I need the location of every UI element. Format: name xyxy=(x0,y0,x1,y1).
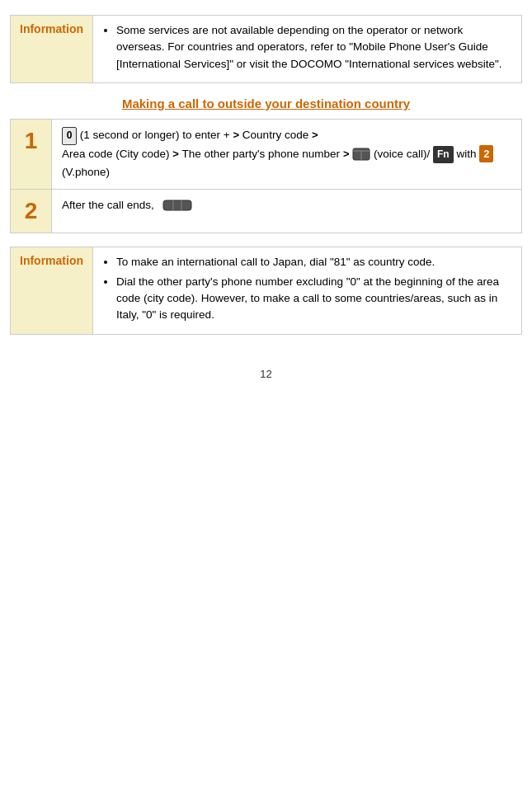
country-code-text: Country code xyxy=(242,129,308,141)
info-content-1: Some services are not available dependin… xyxy=(93,16,521,82)
info-label-2: Information xyxy=(11,247,93,334)
step-2-number: 2 xyxy=(11,189,52,233)
step-2-number-text: 2 xyxy=(25,198,38,223)
key-0: 0 xyxy=(62,127,77,145)
info-bullet-1: To make an international call to Japan, … xyxy=(116,256,435,268)
chevron-4: > xyxy=(343,148,350,160)
info-content-text-1: Some services are not available dependin… xyxy=(116,24,502,70)
end-call-icon xyxy=(162,198,192,213)
section-heading: Making a call to outside your destinatio… xyxy=(10,96,522,110)
section-heading-text: Making a call to outside your destinatio… xyxy=(122,96,410,110)
step-2-row: 2 After the call ends, xyxy=(11,189,522,233)
chevron-2: > xyxy=(312,129,318,141)
info-box-2: Information To make an international cal… xyxy=(10,247,522,335)
with-text: with xyxy=(456,148,479,160)
step-1-row: 1 0 (1 second or longer) to enter + > Co… xyxy=(11,119,522,189)
voice-call-icon xyxy=(352,147,370,162)
voice-call-text: (voice call)/ xyxy=(374,148,433,160)
step-2-content: After the call ends, xyxy=(52,189,522,233)
info-label-text-2: Information xyxy=(20,254,83,267)
chevron-3: > xyxy=(172,148,179,160)
page-number-text: 12 xyxy=(260,368,271,380)
vphone-text: (V.phone) xyxy=(62,166,110,178)
info-bullet-2: Dial the other party's phone number excl… xyxy=(116,275,499,322)
step-1-content: 0 (1 second or longer) to enter + > Coun… xyxy=(52,119,522,189)
page-number: 12 xyxy=(10,368,522,380)
step-1-number-text: 1 xyxy=(25,128,38,153)
area-code-text: Area code (City code) xyxy=(62,148,172,160)
fn-key: Fn xyxy=(433,146,454,164)
step-1-text-part1: (1 second or longer) to enter + xyxy=(80,129,233,141)
chevron-1: > xyxy=(233,129,240,141)
info-box-1: Information Some services are not availa… xyxy=(10,15,522,83)
info-label-text-1: Information xyxy=(20,22,83,35)
step-1-number: 1 xyxy=(11,119,52,189)
svg-rect-3 xyxy=(163,200,191,210)
steps-table: 1 0 (1 second or longer) to enter + > Co… xyxy=(10,119,522,233)
key-2: 2 xyxy=(479,145,493,162)
info-content-2: To make an international call to Japan, … xyxy=(93,247,521,334)
other-party-text: The other party's phone number xyxy=(181,148,340,160)
step-2-text: After the call ends, xyxy=(62,199,154,211)
info-label-1: Information xyxy=(11,16,93,82)
page-container: Information Some services are not availa… xyxy=(0,8,532,387)
